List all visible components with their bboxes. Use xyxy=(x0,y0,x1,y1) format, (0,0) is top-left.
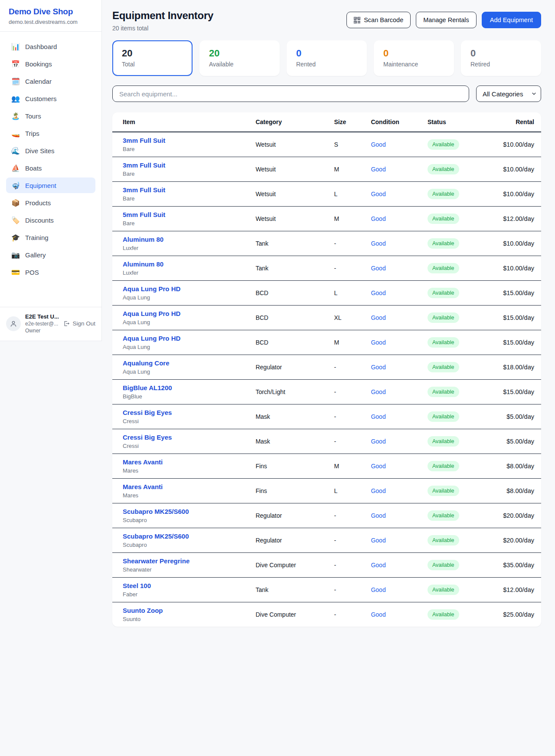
status-badge: Available xyxy=(428,189,459,199)
sidebar-item-bookings[interactable]: 📅 Bookings xyxy=(6,56,95,72)
sidebar-item-trips[interactable]: 🚤 Trips xyxy=(6,125,95,141)
status-badge: Available xyxy=(428,362,459,372)
user-name: E2E Test U... xyxy=(25,313,61,320)
condition-link[interactable]: Good xyxy=(371,289,385,296)
condition-link[interactable]: Good xyxy=(371,586,385,593)
item-name-link[interactable]: Shearwater Peregrine xyxy=(123,557,248,565)
condition-link[interactable]: Good xyxy=(371,339,385,346)
item-category: Wetsuit xyxy=(252,132,330,157)
condition-link[interactable]: Good xyxy=(371,463,385,470)
stat-card-total[interactable]: 20 Total xyxy=(112,40,193,76)
condition-link[interactable]: Good xyxy=(371,215,385,222)
equipment-table-card: Item Category Size Condition Status Rent… xyxy=(112,112,541,627)
condition-link[interactable]: Good xyxy=(371,487,385,494)
rental-price: $20.00/day xyxy=(503,512,534,519)
item-name-link[interactable]: BigBlue AL1200 xyxy=(123,384,248,391)
item-name-link[interactable]: Aqua Lung Pro HD xyxy=(123,335,248,342)
item-name-link[interactable]: Aqualung Core xyxy=(123,359,248,367)
search-input[interactable] xyxy=(112,85,469,102)
item-name-link[interactable]: 5mm Full Suit xyxy=(123,211,248,218)
manage-rentals-button[interactable]: Manage Rentals xyxy=(416,12,477,28)
item-brand: Scubapro xyxy=(123,517,248,523)
item-brand: Cressi xyxy=(123,443,248,449)
item-name-link[interactable]: Aluminum 80 xyxy=(123,260,248,268)
item-name-link[interactable]: Scubapro MK25/S600 xyxy=(123,508,248,515)
stat-value: 0 xyxy=(296,48,357,59)
sidebar-item-calendar[interactable]: 🗓️ Calendar xyxy=(6,73,95,89)
sidebar-item-label: Products xyxy=(25,199,51,207)
person-icon xyxy=(10,320,17,328)
table-row: Shearwater Peregrine Shearwater Dive Com… xyxy=(112,553,541,578)
item-name-link[interactable]: 3mm Full Suit xyxy=(123,161,248,169)
item-name-link[interactable]: Scubapro MK25/S600 xyxy=(123,532,248,540)
condition-link[interactable]: Good xyxy=(371,388,385,395)
sidebar-item-dive-sites[interactable]: 🌊 Dive Sites xyxy=(6,143,95,158)
stat-card-retired[interactable]: 0 Retired xyxy=(461,40,541,76)
status-badge: Available xyxy=(428,585,459,595)
item-name-link[interactable]: Steel 100 xyxy=(123,582,248,589)
condition-link[interactable]: Good xyxy=(371,364,385,371)
item-name-link[interactable]: Mares Avanti xyxy=(123,483,248,490)
condition-link[interactable]: Good xyxy=(371,413,385,420)
products-icon: 📦 xyxy=(11,199,20,207)
scan-barcode-button[interactable]: Scan Barcode xyxy=(346,12,411,28)
sign-out-button[interactable]: Sign Out xyxy=(63,320,95,327)
condition-link[interactable]: Good xyxy=(371,141,385,148)
status-badge: Available xyxy=(428,461,459,471)
stat-label: Maintenance xyxy=(383,61,444,68)
condition-link[interactable]: Good xyxy=(371,438,385,445)
item-category: Regulator xyxy=(252,355,330,380)
sidebar-item-boats[interactable]: ⛵ Boats xyxy=(6,160,95,176)
condition-link[interactable]: Good xyxy=(371,314,385,321)
brand-block: Demo Dive Shop demo.test.divestreams.com xyxy=(0,0,101,32)
item-category: Torch/Light xyxy=(252,380,330,404)
condition-link[interactable]: Good xyxy=(371,265,385,272)
item-name-link[interactable]: Aqua Lung Pro HD xyxy=(123,285,248,293)
sidebar-item-training[interactable]: 🎓 Training xyxy=(6,230,95,245)
category-select[interactable]: All Categories xyxy=(476,85,541,102)
condition-link[interactable]: Good xyxy=(371,537,385,544)
rental-price: $5.00/day xyxy=(506,413,534,420)
item-name-link[interactable]: Cressi Big Eyes xyxy=(123,434,248,441)
table-row: Cressi Big Eyes Cressi Mask - Good Avail… xyxy=(112,429,541,454)
table-row: Aqua Lung Pro HD Aqua Lung BCD L Good Av… xyxy=(112,281,541,306)
condition-link[interactable]: Good xyxy=(371,240,385,247)
item-brand: Bare xyxy=(123,195,248,202)
item-name-link[interactable]: 3mm Full Suit xyxy=(123,186,248,194)
condition-link[interactable]: Good xyxy=(371,191,385,197)
sidebar-item-equipment[interactable]: 🤿 Equipment xyxy=(6,177,95,193)
table-row: Aqua Lung Pro HD Aqua Lung BCD M Good Av… xyxy=(112,330,541,355)
item-size: L xyxy=(330,281,367,306)
stat-label: Total xyxy=(122,61,183,68)
stat-card-maintenance[interactable]: 0 Maintenance xyxy=(374,40,454,76)
item-name-link[interactable]: Cressi Big Eyes xyxy=(123,409,248,416)
training-icon: 🎓 xyxy=(11,233,20,242)
sidebar-item-customers[interactable]: 👥 Customers xyxy=(6,91,95,106)
sidebar-item-products[interactable]: 📦 Products xyxy=(6,195,95,210)
sidebar-item-dashboard[interactable]: 📊 Dashboard xyxy=(6,39,95,54)
sidebar-item-pos[interactable]: 💳 POS xyxy=(6,264,95,280)
item-name-link[interactable]: Aqua Lung Pro HD xyxy=(123,310,248,317)
add-equipment-button[interactable]: Add Equipment xyxy=(482,12,541,28)
item-name-link[interactable]: Aluminum 80 xyxy=(123,236,248,243)
sidebar-item-discounts[interactable]: 🏷️ Discounts xyxy=(6,212,95,228)
item-size: - xyxy=(330,429,367,454)
sidebar-item-tours[interactable]: 🏝️ Tours xyxy=(6,108,95,124)
user-role: Owner xyxy=(25,328,61,334)
item-brand: Faber xyxy=(123,591,248,598)
condition-link[interactable]: Good xyxy=(371,562,385,569)
sidebar-item-gallery[interactable]: 📷 Gallery xyxy=(6,247,95,263)
item-name-link[interactable]: Suunto Zoop xyxy=(123,607,248,614)
rental-price: $20.00/day xyxy=(503,537,534,544)
rental-price: $10.00/day xyxy=(503,166,534,173)
item-name-link[interactable]: 3mm Full Suit xyxy=(123,137,248,144)
item-name-link[interactable]: Mares Avanti xyxy=(123,458,248,466)
item-size: S xyxy=(330,132,367,157)
condition-link[interactable]: Good xyxy=(371,166,385,173)
stat-card-available[interactable]: 20 Available xyxy=(199,40,280,76)
condition-link[interactable]: Good xyxy=(371,512,385,519)
condition-link[interactable]: Good xyxy=(371,611,385,618)
stat-card-rented[interactable]: 0 Rented xyxy=(287,40,367,76)
header-actions: Scan Barcode Manage Rentals Add Equipmen… xyxy=(346,12,541,28)
sidebar-item-label: Tours xyxy=(25,112,41,120)
